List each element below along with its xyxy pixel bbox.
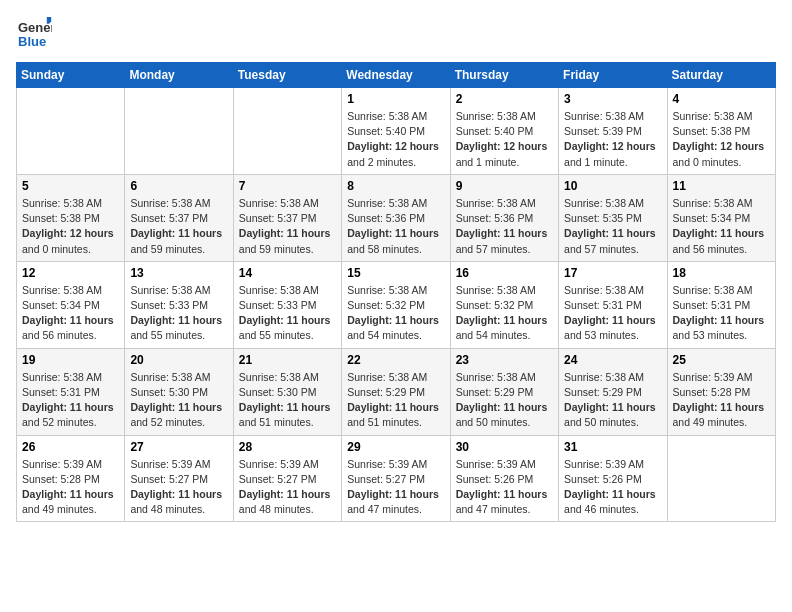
day-info-line: Sunrise: 5:38 AM (456, 371, 536, 383)
day-info-line: Sunrise: 5:38 AM (456, 284, 536, 296)
day-info: Sunrise: 5:39 AMSunset: 5:27 PMDaylight:… (347, 457, 444, 518)
day-number: 5 (22, 179, 119, 193)
day-number: 20 (130, 353, 227, 367)
day-info: Sunrise: 5:38 AMSunset: 5:30 PMDaylight:… (239, 370, 336, 431)
day-info-line: Sunrise: 5:39 AM (130, 458, 210, 470)
day-info: Sunrise: 5:38 AMSunset: 5:33 PMDaylight:… (239, 283, 336, 344)
calendar-cell: 19Sunrise: 5:38 AMSunset: 5:31 PMDayligh… (17, 348, 125, 435)
calendar-cell: 9Sunrise: 5:38 AMSunset: 5:36 PMDaylight… (450, 174, 558, 261)
day-number: 24 (564, 353, 661, 367)
day-info-line: and 53 minutes. (673, 329, 748, 341)
day-info-line: and 51 minutes. (347, 416, 422, 428)
day-info: Sunrise: 5:38 AMSunset: 5:37 PMDaylight:… (239, 196, 336, 257)
day-info-line: and 52 minutes. (130, 416, 205, 428)
weekday-header-friday: Friday (559, 63, 667, 88)
day-info-line: and 57 minutes. (456, 243, 531, 255)
day-number: 28 (239, 440, 336, 454)
day-info-line: Sunrise: 5:39 AM (456, 458, 536, 470)
day-info-line: Sunrise: 5:39 AM (673, 371, 753, 383)
day-info-line: Daylight: 11 hours (347, 227, 439, 239)
day-info-line: Sunset: 5:29 PM (347, 386, 425, 398)
day-info-line: Sunset: 5:27 PM (239, 473, 317, 485)
day-info: Sunrise: 5:39 AMSunset: 5:27 PMDaylight:… (130, 457, 227, 518)
calendar-cell: 16Sunrise: 5:38 AMSunset: 5:32 PMDayligh… (450, 261, 558, 348)
day-info-line: Sunrise: 5:38 AM (564, 197, 644, 209)
day-info-line: Sunrise: 5:38 AM (347, 371, 427, 383)
day-number: 25 (673, 353, 770, 367)
day-info: Sunrise: 5:38 AMSunset: 5:29 PMDaylight:… (347, 370, 444, 431)
day-info-line: Sunset: 5:38 PM (673, 125, 751, 137)
day-info-line: Daylight: 11 hours (564, 227, 656, 239)
day-info: Sunrise: 5:38 AMSunset: 5:30 PMDaylight:… (130, 370, 227, 431)
day-info-line: and 2 minutes. (347, 156, 416, 168)
day-info-line: Daylight: 11 hours (347, 488, 439, 500)
day-info-line: and 49 minutes. (673, 416, 748, 428)
day-info-line: Sunset: 5:28 PM (22, 473, 100, 485)
day-number: 27 (130, 440, 227, 454)
day-number: 18 (673, 266, 770, 280)
day-info-line: Sunrise: 5:38 AM (673, 284, 753, 296)
calendar-cell: 10Sunrise: 5:38 AMSunset: 5:35 PMDayligh… (559, 174, 667, 261)
day-number: 13 (130, 266, 227, 280)
day-info-line: Sunset: 5:30 PM (239, 386, 317, 398)
day-number: 22 (347, 353, 444, 367)
day-info-line: Sunset: 5:34 PM (22, 299, 100, 311)
day-number: 31 (564, 440, 661, 454)
logo: General Blue (16, 16, 56, 52)
day-info-line: Sunrise: 5:38 AM (456, 110, 536, 122)
day-info-line: and 0 minutes. (22, 243, 91, 255)
day-info-line: Sunrise: 5:38 AM (130, 284, 210, 296)
day-info-line: Sunset: 5:26 PM (564, 473, 642, 485)
day-info-line: Sunrise: 5:38 AM (239, 284, 319, 296)
day-info-line: and 57 minutes. (564, 243, 639, 255)
calendar-cell: 13Sunrise: 5:38 AMSunset: 5:33 PMDayligh… (125, 261, 233, 348)
day-info: Sunrise: 5:39 AMSunset: 5:26 PMDaylight:… (564, 457, 661, 518)
calendar-cell (17, 88, 125, 175)
day-info: Sunrise: 5:38 AMSunset: 5:40 PMDaylight:… (456, 109, 553, 170)
calendar-cell: 14Sunrise: 5:38 AMSunset: 5:33 PMDayligh… (233, 261, 341, 348)
day-info-line: and 55 minutes. (239, 329, 314, 341)
day-info-line: Daylight: 12 hours (22, 227, 114, 239)
day-info-line: Daylight: 11 hours (347, 314, 439, 326)
calendar-cell: 11Sunrise: 5:38 AMSunset: 5:34 PMDayligh… (667, 174, 775, 261)
day-info-line: Sunrise: 5:38 AM (22, 371, 102, 383)
day-info-line: Sunset: 5:31 PM (673, 299, 751, 311)
logo-icon: General Blue (16, 16, 52, 52)
day-info-line: Sunset: 5:30 PM (130, 386, 208, 398)
weekday-header-sunday: Sunday (17, 63, 125, 88)
day-info-line: and 55 minutes. (130, 329, 205, 341)
day-info-line: and 58 minutes. (347, 243, 422, 255)
day-info-line: and 59 minutes. (130, 243, 205, 255)
day-info-line: Daylight: 11 hours (564, 488, 656, 500)
day-info-line: Daylight: 11 hours (673, 401, 765, 413)
page-header: General Blue (16, 16, 776, 52)
day-number: 12 (22, 266, 119, 280)
day-info-line: and 48 minutes. (130, 503, 205, 515)
day-info-line: Daylight: 11 hours (239, 314, 331, 326)
day-number: 17 (564, 266, 661, 280)
calendar-cell: 7Sunrise: 5:38 AMSunset: 5:37 PMDaylight… (233, 174, 341, 261)
day-info-line: Daylight: 12 hours (456, 140, 548, 152)
calendar-cell: 12Sunrise: 5:38 AMSunset: 5:34 PMDayligh… (17, 261, 125, 348)
day-info-line: Daylight: 12 hours (673, 140, 765, 152)
day-number: 9 (456, 179, 553, 193)
day-info: Sunrise: 5:38 AMSunset: 5:31 PMDaylight:… (22, 370, 119, 431)
day-number: 23 (456, 353, 553, 367)
calendar-cell (125, 88, 233, 175)
day-info: Sunrise: 5:39 AMSunset: 5:26 PMDaylight:… (456, 457, 553, 518)
weekday-header-tuesday: Tuesday (233, 63, 341, 88)
day-info: Sunrise: 5:38 AMSunset: 5:31 PMDaylight:… (673, 283, 770, 344)
day-info-line: Sunset: 5:26 PM (456, 473, 534, 485)
day-info-line: Daylight: 11 hours (347, 401, 439, 413)
day-info-line: Daylight: 11 hours (22, 401, 114, 413)
weekday-header-wednesday: Wednesday (342, 63, 450, 88)
day-number: 7 (239, 179, 336, 193)
day-info: Sunrise: 5:38 AMSunset: 5:37 PMDaylight:… (130, 196, 227, 257)
calendar-cell: 24Sunrise: 5:38 AMSunset: 5:29 PMDayligh… (559, 348, 667, 435)
day-info-line: Sunrise: 5:38 AM (130, 371, 210, 383)
day-info-line: and 1 minute. (456, 156, 520, 168)
calendar-cell: 5Sunrise: 5:38 AMSunset: 5:38 PMDaylight… (17, 174, 125, 261)
day-info-line: Sunrise: 5:38 AM (564, 110, 644, 122)
calendar-cell: 18Sunrise: 5:38 AMSunset: 5:31 PMDayligh… (667, 261, 775, 348)
calendar-cell: 26Sunrise: 5:39 AMSunset: 5:28 PMDayligh… (17, 435, 125, 522)
